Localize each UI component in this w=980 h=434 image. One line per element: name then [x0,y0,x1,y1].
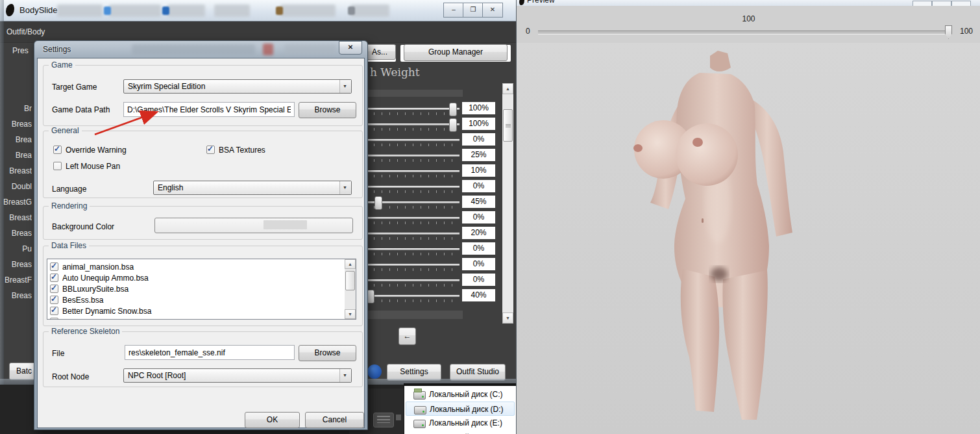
blue-circle-button[interactable] [367,364,382,379]
language-dropdown[interactable]: English ▼ [153,181,352,195]
chevron-down-icon: ▼ [339,80,351,93]
preview-logo-icon [519,0,524,5]
bsa-textures-checkbox[interactable]: ✓ [206,146,215,154]
slider-value[interactable]: 0% [462,242,495,255]
data-file-label: BBLuxurySuite.bsa [62,285,129,294]
preview-window: Preview 100 0 100 [516,0,980,434]
data-file-label: animal_mansion.bsa [62,262,134,272]
scrollbar-thumb[interactable] [345,271,355,290]
scroll-up-icon[interactable]: ▲ [502,83,513,94]
data-file-checkbox[interactable]: ✓ [50,285,58,293]
game-group-legend: Game [49,60,75,70]
scroll-down-icon[interactable]: ▼ [502,313,513,324]
drive-icon [413,420,426,428]
blurred-tab [109,5,161,17]
drive-label: Локальный диск (C:) [429,390,503,399]
drive-item[interactable]: Локальный диск (C:) [406,387,515,402]
blurred-tab [57,5,103,17]
dialog-close-button[interactable]: ✕ [339,41,362,55]
slider-value[interactable]: 10% [462,164,495,177]
slider-value[interactable]: 0% [462,211,495,223]
general-group-legend: General [49,126,82,135]
drive-item[interactable]: Локальный диск (F:) [406,430,515,434]
weight-slider-track[interactable] [538,31,949,34]
preset-label-partial: Pres [12,46,29,55]
drive-item[interactable]: Локальный диск (E:) [406,416,515,430]
slider-thumb[interactable] [374,196,382,210]
slider-scrollbar[interactable]: ▲ ▼ [502,83,513,324]
weight-min-label: 0 [526,27,530,36]
browse-skeleton-button[interactable]: Browse [299,345,356,361]
close-button[interactable]: ✕ [482,3,503,18]
preview-weight-toolbar: 100 0 100 [517,6,980,44]
cancel-button[interactable]: Cancel [305,412,364,428]
target-game-dropdown[interactable]: Skyrim Special Edition ▼ [123,79,352,94]
check-icon: ✓ [207,144,214,153]
group-manager-button[interactable]: Group Manager [404,44,508,61]
root-node-dropdown[interactable]: NPC Root [Root] ▼ [123,368,352,383]
glass-reflection [284,44,336,55]
screen: BodySlide – ❐ ✕ Outfit/Body CBBE Body TB… [0,0,980,434]
skeleton-file-input[interactable] [125,345,295,360]
background-color-button[interactable] [154,218,353,233]
slider-thumb[interactable] [449,118,457,132]
override-warning-checkbox[interactable]: ✓ [53,146,62,154]
slider-value[interactable]: 40% [462,289,495,301]
check-icon: ✓ [51,305,57,314]
slider-category-strip [368,311,463,319]
back-arrow-button[interactable]: ← [398,327,416,345]
slider-value[interactable]: 20% [462,227,495,239]
minimize-button[interactable]: – [443,3,464,18]
list-icon [373,413,394,428]
browse-game-path-button[interactable]: Browse [299,102,356,118]
blurred-tab [167,5,205,17]
slider-value[interactable]: 45% [462,196,495,208]
slider-value[interactable]: 0% [462,180,495,192]
preview-3d-viewport[interactable] [517,43,980,434]
scroll-up-icon[interactable]: ▲ [345,259,356,269]
window-fragment [396,415,401,420]
list-scrollbar[interactable]: ▲ ▼ [345,259,356,319]
blurred-tab [214,5,250,17]
slider-value[interactable]: 0% [462,274,495,286]
scrollbar-thumb[interactable] [503,109,513,142]
data-file-checkbox[interactable]: ✓ [50,307,58,315]
close-button[interactable] [951,1,971,6]
data-file-checkbox[interactable]: ✓ [50,262,58,271]
data-file-checkbox[interactable]: ✓ [50,296,58,304]
slider-value[interactable]: 100% [462,118,495,130]
slider-label: Breas [0,291,32,300]
scroll-down-icon[interactable]: ▼ [345,309,356,319]
slider-label: Brea [0,151,32,160]
data-file-checkbox[interactable] [50,318,58,320]
slider-label: Brea [0,135,32,144]
slider-value[interactable]: 0% [462,258,495,270]
drive-icon [413,391,426,400]
tab-favicon [162,6,169,15]
maximize-button[interactable] [932,1,951,6]
drive-item-selected[interactable]: Локальный диск (D:) [406,402,515,416]
data-files-list[interactable]: ✓ animal_mansion.bsa ✓ Auto Unequip Ammo… [47,259,356,320]
body-model-render [620,51,815,421]
color-swatch [263,220,307,229]
ok-button[interactable]: OK [245,412,300,428]
maximize-button[interactable]: ❐ [463,3,484,18]
slider-label: BreastG [0,198,32,207]
data-file-label: BesEss.bsa [62,296,103,305]
data-file-checkbox[interactable]: ✓ [50,274,58,282]
slider-value[interactable]: 0% [462,133,495,146]
drive-list-panel: Локальный диск (C:) Локальный диск (D:) … [404,383,516,434]
minimize-button[interactable] [913,1,932,6]
background-color-label: Background Color [52,222,114,231]
glass-reflection [263,44,273,55]
left-mouse-pan-checkbox[interactable] [53,162,62,170]
slider-value[interactable]: 25% [462,149,495,161]
slider-thumb[interactable] [449,103,457,116]
drive-icon [414,406,426,415]
skeleton-file-label: File [52,349,64,358]
slider-label: Pu [0,244,32,253]
drive-label: Локальный диск (D:) [430,405,504,414]
slider-value[interactable]: 100% [462,102,495,114]
weight-slider-thumb[interactable] [945,25,952,39]
slider-category-strip [368,90,463,97]
